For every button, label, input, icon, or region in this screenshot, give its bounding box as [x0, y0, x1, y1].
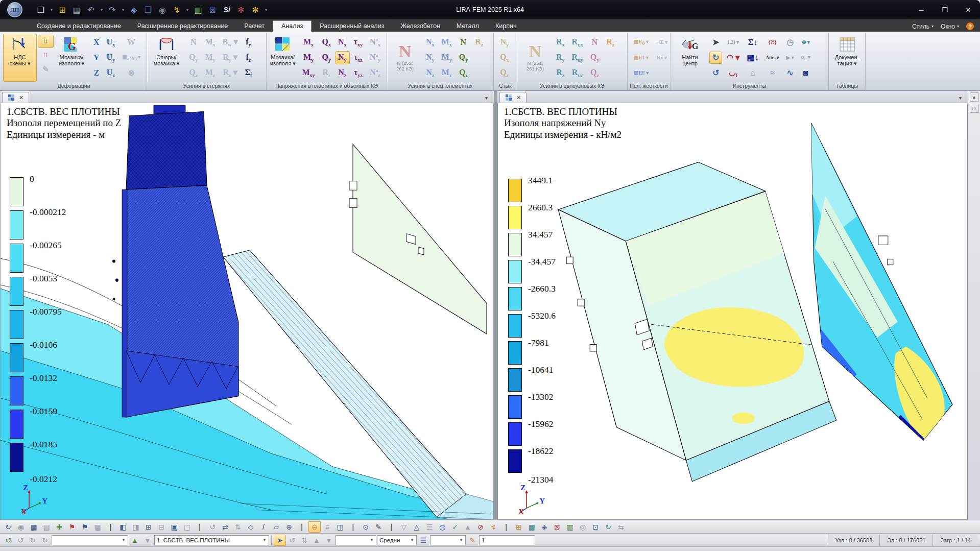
toolbar-icon[interactable]: ✚ [53, 521, 65, 533]
toolbar-icon[interactable]: | [385, 521, 397, 533]
ribbon-button[interactable]: Ry ▾ [220, 51, 241, 64]
toolbar-icon[interactable]: ⇅ [298, 535, 310, 546]
window-control-button[interactable]: ❒ [933, 2, 957, 17]
ribbon-button[interactable]: ⊣E ▾ [653, 38, 671, 46]
toolbar-icon[interactable]: ◎ [577, 521, 589, 533]
quick-access-icon[interactable]: ▥ [192, 4, 204, 16]
ribbon-button[interactable]: Rz [472, 36, 486, 49]
quick-access-icon[interactable]: ▾ [185, 4, 190, 16]
ribbon-button[interactable]: Ny [423, 51, 438, 64]
toolbar-icon[interactable]: ⊠ [551, 521, 563, 533]
ribbon-button[interactable]: ≈ [763, 67, 782, 79]
right-panel-tab[interactable]: ✕ [499, 92, 527, 103]
toolbar-icon[interactable]: ⊞ [142, 521, 155, 533]
ribbon-button[interactable]: Δ/hs ▾ [763, 54, 782, 62]
ribbon-button[interactable]: Naz [367, 66, 384, 80]
ribbon-button[interactable]: Qy [456, 51, 471, 64]
ribbon-button[interactable]: Mx [202, 36, 218, 49]
ribbon-button[interactable]: Rx̄ ▾ [653, 54, 671, 62]
toolbar-icon[interactable]: | [500, 521, 512, 533]
toolbar-icon[interactable]: ▤ [40, 521, 53, 533]
ribbon-button[interactable]: Qx [319, 36, 334, 49]
quick-access-icon[interactable]: ▾ [99, 4, 104, 16]
ribbon-tab[interactable]: Металл [448, 21, 487, 32]
quick-access-icon[interactable]: ◉ [156, 4, 169, 16]
toolbar-icon[interactable]: ⚑ [66, 521, 78, 533]
ribbon-tab[interactable]: Расчет [236, 21, 273, 32]
ribbon-button[interactable]: Mx [439, 36, 455, 49]
quick-access-icon[interactable]: ⊠ [206, 4, 219, 16]
single-node-N-button[interactable]: N N (251, 261 КЭ) [519, 34, 551, 82]
ribbon-button[interactable]: ➤ [709, 36, 722, 49]
ribbon-button[interactable]: ▶ ▾ [783, 54, 797, 62]
ribbon-button[interactable]: ◠ ▾ [723, 52, 743, 64]
ribbon-button[interactable]: N [456, 36, 471, 49]
toolbar-icon[interactable]: ∥ [347, 521, 359, 533]
ribbon-button[interactable]: Mz [439, 66, 455, 80]
special-N-button[interactable]: N N (252, 262 КЭ) [389, 34, 421, 82]
quick-access-icon[interactable]: ↷ [106, 4, 118, 16]
extra-combo[interactable]: ▼ [430, 535, 466, 545]
toolbar-icon[interactable]: ↺ [206, 521, 219, 533]
toolbar-icon[interactable]: ◧ [117, 521, 129, 533]
ribbon-button[interactable]: {?!} [763, 38, 782, 46]
loadcase-combo[interactable]: 1. СБСТВ. ВЕС ПЛОТИНЫ▼ [154, 535, 269, 545]
ribbon-button[interactable]: Ux [104, 36, 118, 49]
ribbon-button[interactable]: Qz [587, 66, 602, 80]
ribbon-button[interactable]: Ruz [569, 66, 586, 80]
ribbon-button[interactable]: ∿ [783, 67, 797, 79]
ribbon-button[interactable]: My [299, 51, 318, 64]
toolbar-icon[interactable]: ↺ [286, 535, 298, 546]
ribbon-button[interactable]: Rz [553, 66, 568, 80]
quick-access-icon[interactable]: ✻ [235, 4, 247, 16]
ribbon-button[interactable]: Nz [335, 66, 350, 80]
ribbon-button[interactable]: X [90, 36, 103, 49]
toolbar-icon[interactable]: ▥ [564, 521, 576, 533]
secondary-combo[interactable]: ▼ [336, 535, 376, 545]
ribbon-button[interactable]: φe ▾ [798, 53, 814, 63]
toolbar-icon[interactable]: ▣ [168, 521, 180, 533]
toolbar-icon[interactable]: ◉ [15, 521, 27, 533]
quick-access-icon[interactable]: ⊞ [56, 4, 68, 16]
ribbon-button[interactable]: Qz [456, 66, 471, 80]
toolbar-icon[interactable]: ◈ [538, 521, 551, 533]
ribbon-button[interactable]: Σ↓ [744, 36, 761, 49]
toolbar-icon[interactable]: ⇆ [615, 521, 627, 533]
ribbon-button[interactable]: Nax [367, 36, 384, 49]
ribbon-button[interactable]: ⌂ [744, 67, 761, 79]
ribbon-button[interactable]: Rx [553, 36, 568, 49]
toolbar-icon[interactable]: ↻ [2, 521, 14, 533]
toolbar-icon[interactable]: ↻ [27, 535, 39, 546]
right-viewport[interactable]: 1.СБСТВ. ВЕС ПЛОТИНЫ Изополя напряжений … [497, 103, 968, 520]
ribbon-button[interactable]: My [439, 51, 455, 64]
quick-access-icon[interactable]: ▦ [70, 4, 83, 16]
ribbon-button[interactable]: τyz [351, 66, 366, 80]
toolbar-icon[interactable]: ▲ [462, 521, 474, 533]
ribbon-button[interactable]: ◡f [723, 66, 743, 80]
ribbon-button[interactable]: Qz [497, 66, 512, 80]
history-combo[interactable]: ▼ [52, 535, 128, 545]
ribbon-button[interactable]: Nx [423, 36, 438, 49]
ribbon-button[interactable]: ▦E0 ▾ [631, 38, 652, 47]
prev-loadcase-button[interactable]: ▲ [129, 535, 141, 546]
window-control-button[interactable]: ✕ [957, 2, 980, 17]
ribbon-button[interactable] [603, 73, 617, 74]
quick-access-icon[interactable]: ▾ [264, 4, 269, 16]
plate-mosaic-button[interactable]: Мозаика/ изополя ▾ [269, 34, 297, 82]
left-viewport[interactable]: 1.СБСТВ. ВЕС ПЛОТИНЫ Изополя перемещений… [0, 103, 494, 520]
toolbar-icon[interactable]: ⊕ [283, 521, 295, 533]
ribbon-button[interactable]: N [186, 36, 201, 49]
ribbon-button[interactable]: τxy [351, 36, 366, 49]
quick-access-icon[interactable]: Si [221, 4, 233, 16]
toolbar-icon[interactable]: ⊞ [513, 521, 525, 533]
toolbar-icon[interactable]: ▦ [525, 521, 538, 533]
ribbon-button[interactable]: 1,2) ▾ [723, 38, 743, 46]
ribbon-button[interactable]: Rz [603, 36, 617, 49]
toolbar-icon[interactable]: ⇄ [219, 521, 231, 533]
averaging-combo[interactable]: Средни▼ [377, 535, 417, 545]
toolbar-icon[interactable]: ▢ [181, 521, 193, 533]
toolbar-icon[interactable]: ⊙ [360, 521, 372, 533]
toolbar-icon[interactable]: ⊖ [308, 521, 321, 533]
toolbar-icon[interactable]: ≡ [321, 521, 333, 533]
toolbar-icon[interactable]: / [257, 521, 270, 533]
